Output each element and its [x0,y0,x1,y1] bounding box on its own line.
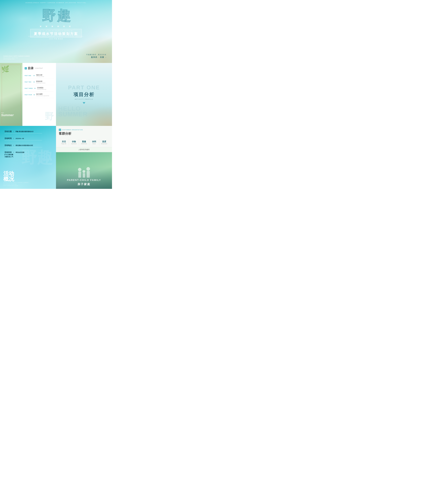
slide-row-3: 野趣 活动主题 ： 野趣 黄龙溪乐园田园戏水乐 活动时间 ： 2023/04—0… [0,126,112,189]
activity-item-time: 活动时间 ： 2023/04—08 [4,137,52,140]
keyword-cn-5: 温度 [100,140,109,143]
person-body-3 [87,171,90,178]
activity-item-theme: 活动主题 ： 野趣 黄龙溪乐园田园戏水乐 [4,130,52,133]
toc-text-4: 执行保障 Enforcement guarantee [36,93,49,96]
hero-char-1: 野 [42,7,55,25]
toc-plus-icon: + [25,67,27,70]
keyword-cn-2: 休验 [70,140,78,143]
toc-dot-2 [34,82,35,82]
hero-xxxxx: × × × × × × [40,25,72,28]
hero-brand-main: HUANGLONGXI HAPPY GARDEN SUMMER [3,55,30,57]
pinyin-2: jì [42,30,45,31]
part-one-title-cn: 项目分析 [73,91,94,98]
toc-title-en: CONTENT [35,68,43,69]
customer-header-top: + CUSTOMER ORIENTATION [59,129,109,131]
keyword-item-3: 童趣 childishness [79,139,89,145]
toc-vertical-brand: HUANGLONGXI HAPPY GARDEN SUMMER SPLASHIN… [21,65,22,101]
activity-bottom-left: 活动 概况 HUANGLONGXI HAPPY GARDEN SUMMER SP… [3,171,29,186]
arrow-right-icon: › [106,56,107,58]
toc-watermark: 野 [45,110,54,123]
toc-left-image: 🌿 hello Summer HUANGLONGXI HAPPY GARDEN … [0,63,22,126]
leaves-icon: 🌿 [1,65,10,73]
activity-label-purpose: 活动目的 ： 举活全活活推扩大方园活重为园区加人气 [4,151,52,158]
toc-num-1: PAET ONE [25,75,32,76]
brand-name: HUANGLONGXI [3,55,13,57]
activity-label-time: 活动时间 ： 2023/04—08 [4,137,52,140]
pinyin-10: fāng [67,30,70,31]
keyword-en-1: Happy life [59,143,68,144]
toc-item-4: PAET FOUR 执行保障 Enforcement guarantee [25,92,54,98]
activity-item-purpose: 活动目的 ： 举活全活活推扩大方园活重为园区加人气 [4,151,52,158]
customer-header: + CUSTOMER ORIENTATION 客群分析 [56,126,112,137]
toc-item-3: PAET THREE 活动规划 Activity planning [25,85,54,92]
hero-subtitle-cn: 夏季戏水节活动策划方案 [34,32,78,36]
hero-quote: 不羡夏日卧庄，星汉日方长 [86,54,107,56]
person-head-1 [78,168,81,171]
customer-photo: PARENT-CHILD FAMILY 亲子家庭 [56,152,112,189]
brand-suffix: HAPPY GARDEN SUMMER [14,55,30,57]
toc-title-cn: 目录 [28,66,34,70]
hero-bottom-right: 不羡夏日卧庄，星汉日方长 盈风尚 · 呈案 › [86,54,107,58]
brand-right-text: 盈风尚 · 呈案 [91,56,104,58]
pinyin-6: huó [54,30,57,31]
keyword-cn-4: 休闲 [90,140,99,143]
slide-activity: 野趣 活动主题 ： 野趣 黄龙溪乐园田园戏水乐 活动时间 ： 2023/04—0… [0,126,56,189]
keyword-cn-1: 乐活 [59,140,68,143]
keyword-item-2: 休验 experience [69,139,79,145]
activity-big-title: 活动 概况 [3,171,29,182]
pinyin-3: xì [45,30,48,31]
hero-en-sub: HUANGLONGXI HAPPY GARDEN SUMMER SPLASHIN… [28,36,84,37]
slide-part-one: HELLOSUMMER PART ONE 项目分析 ACTIVITY PROFI… [56,63,112,126]
toc-num-2: PAET TWO [25,81,32,83]
parent-child-en: PARENT-CHILD FAMILY [56,179,112,181]
pinyin-4: shuǐ [48,30,51,31]
person-body-2 [83,173,85,178]
toc-cn-1: 项目分析 [36,74,44,76]
pinyin-8: cè [61,30,64,31]
customer-plus-icon: + [59,129,61,131]
keyword-item-5: 温度 temperature [99,139,109,145]
hero-main-title: 野 趣 [42,7,70,25]
keyword-cn-3: 童趣 [80,140,88,143]
customer-keywords: 乐活 Happy life 休验 experience 童趣 childishn… [56,137,112,147]
activity-item-location: 活动地点 ： 黄龙溪欢乐乐园乐园水乐区 [4,144,52,147]
hero-year-sub: 2023 Huanglongxi China. [3,58,30,60]
person-1 [78,168,81,178]
toc-item-2: PAET TWO 策划内容 Planning content [25,79,54,85]
activity-value-location: 黄龙溪欢乐乐园乐园水乐区 [16,144,33,146]
activity-items: 活动主题 ： 野趣 黄龙溪乐园田园戏水乐 活动时间 ： 2023/04—08 活… [4,130,52,162]
activity-festival: SPLASHING FESTIVAL [3,183,29,185]
hero-top-text: HUANGLONGXI HAPPY GARDEN SUMMER SPLASHIN… [0,2,112,3]
toc-en-2: Planning content [36,82,45,84]
toc-text-3: 活动规划 Activity planning [37,87,46,90]
hero-bottom-left: HUANGLONGXI HAPPY GARDEN SUMMER SPLASHIN… [3,55,30,60]
toc-right: + 目录 CONTENT PAET ONE 项目分析 Activity prof… [23,63,56,100]
hero-brand-right: 盈风尚 · 呈案 › [86,56,107,58]
hero-festival: SPLASHING FESTIVAL [3,57,30,58]
pinyin-1: xià [39,30,42,31]
toc-en-1: Activity profile [36,76,44,77]
keyword-item-4: 休闲 leisure [89,139,99,145]
slide-hero: HUANGLONGXI HAPPY GARDEN SUMMER SPLASHIN… [0,0,112,63]
pinyin-5: jié [51,30,54,31]
toc-text-2: 策划内容 Planning content [36,80,45,84]
person-3 [87,167,90,178]
toc-dot-1 [34,75,35,76]
pinyin-11: àn [70,30,73,31]
person-head-3 [87,167,90,171]
activity-title-line2: 概况 [3,176,29,182]
toc-cn-3: 活动规划 [37,87,46,89]
hero-year: 2023 中国·黄龙溪 [49,38,63,40]
person-2 [83,170,85,178]
sand-patch [73,35,112,63]
slide-toc: 🌿 hello Summer HUANGLONGXI HAPPY GARDEN … [0,63,56,126]
keyword-item-1: 乐活 Happy life [59,139,69,145]
toc-num-4: PAET FOUR [25,94,32,95]
hero-char-2: 趣 [57,7,70,25]
pinyin-9: huà [64,30,67,31]
activity-brand: HUANGLONGXI HAPPY GARDEN SUMMER [3,182,29,183]
keyword-en-2: experience [70,143,78,144]
parent-child-cn: 亲子家庭 [56,182,112,186]
keyword-en-3: childishness [80,143,88,144]
pinyin-7: dòng [57,30,61,31]
